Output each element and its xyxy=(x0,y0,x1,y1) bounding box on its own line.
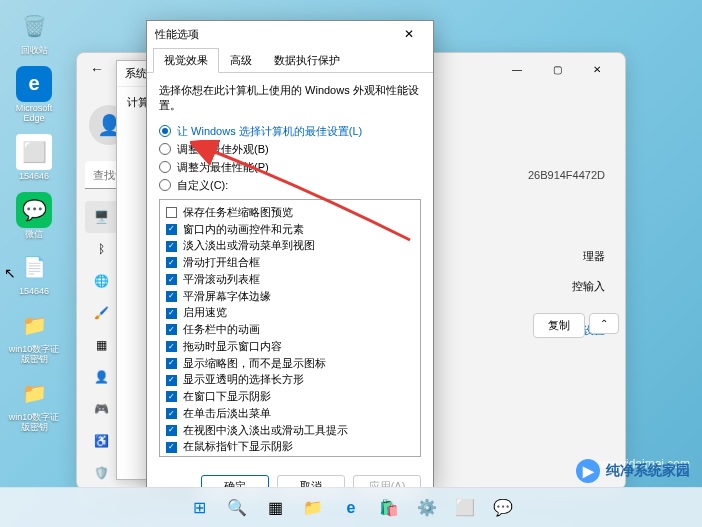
check-label: 平滑屏幕字体边缘 xyxy=(183,289,271,305)
nav-icon: 🎮 xyxy=(93,401,109,417)
desktop-icon-wechat[interactable]: 💬微信 xyxy=(8,192,60,240)
radio-icon xyxy=(159,179,171,191)
expand-button[interactable]: ⌃ xyxy=(589,313,619,334)
desktop-icon-folder2[interactable]: 📁win10数字证版密钥 xyxy=(8,375,60,433)
checkbox-icon xyxy=(166,391,177,402)
options-list[interactable]: 保存任务栏缩略图预览窗口内的动画控件和元素淡入淡出或滑动菜单到视图滑动打开组合框… xyxy=(159,199,421,457)
check-label: 保存任务栏缩略图预览 xyxy=(183,205,293,221)
settings-icon[interactable]: ⚙️ xyxy=(410,491,444,525)
app-icon[interactable]: ⬜ xyxy=(448,491,482,525)
perf-description: 选择你想在此计算机上使用的 Windows 外观和性能设置。 xyxy=(159,83,421,114)
perf-tabs: 视觉效果 高级 数据执行保护 xyxy=(147,47,433,73)
checkbox-icon xyxy=(166,241,177,252)
radio-option-1[interactable]: 调整为最佳外观(B) xyxy=(159,142,421,157)
check-option-5[interactable]: 平滑屏幕字体边缘 xyxy=(166,289,414,305)
tab-advanced[interactable]: 高级 xyxy=(219,48,263,73)
checkbox-icon xyxy=(166,408,177,419)
check-option-3[interactable]: 滑动打开组合框 xyxy=(166,255,414,271)
radio-option-3[interactable]: 自定义(C): xyxy=(159,178,421,193)
check-label: 在鼠标指针下显示阴影 xyxy=(183,439,293,455)
radio-label: 让 Windows 选择计算机的最佳设置(L) xyxy=(177,124,362,139)
start-button[interactable]: ⊞ xyxy=(182,491,216,525)
back-button[interactable]: ← xyxy=(85,57,109,81)
check-label: 平滑滚动列表框 xyxy=(183,272,260,288)
checkbox-icon xyxy=(166,308,177,319)
perf-title: 性能选项 xyxy=(155,27,199,42)
tab-dep[interactable]: 数据执行保护 xyxy=(263,48,351,73)
checkbox-icon xyxy=(166,358,177,369)
checkbox-icon xyxy=(166,291,177,302)
desktop-icons: 🗑️回收站 eMicrosoft Edge ⬜154646 💬微信 📄15464… xyxy=(8,8,68,443)
radio-option-0[interactable]: 让 Windows 选择计算机的最佳设置(L) xyxy=(159,124,421,139)
product-id: 26B914F4472D xyxy=(528,169,605,181)
watermark-logo: ▶ 纯净系统家园 xyxy=(576,459,690,483)
close-button[interactable]: ✕ xyxy=(577,55,617,83)
check-option-6[interactable]: 启用速览 xyxy=(166,305,414,321)
check-option-13[interactable]: 在视图中淡入淡出或滑动工具提示 xyxy=(166,423,414,439)
explorer-icon[interactable]: 📁 xyxy=(296,491,330,525)
check-option-12[interactable]: 在单击后淡出菜单 xyxy=(166,406,414,422)
text-proc: 理器 xyxy=(583,249,605,264)
nav-icon: 👤 xyxy=(93,369,109,385)
sysprop-title: 系统 xyxy=(125,66,147,81)
check-option-11[interactable]: 在窗口下显示阴影 xyxy=(166,389,414,405)
check-option-8[interactable]: 拖动时显示窗口内容 xyxy=(166,339,414,355)
checkbox-icon xyxy=(166,442,177,453)
desktop-icon-recycle[interactable]: 🗑️回收站 xyxy=(8,8,60,56)
text-input: 控输入 xyxy=(572,279,605,294)
nav-icon: ᛒ xyxy=(93,241,109,257)
wechat-icon[interactable]: 💬 xyxy=(486,491,520,525)
check-option-1[interactable]: 窗口内的动画控件和元素 xyxy=(166,222,414,238)
watermark-logo-icon: ▶ xyxy=(576,459,600,483)
search-icon[interactable]: 🔍 xyxy=(220,491,254,525)
desktop-icon-folder1[interactable]: 📁win10数字证版密钥 xyxy=(8,307,60,365)
check-label: 窗口内的动画控件和元素 xyxy=(183,222,304,238)
maximize-button[interactable]: ▢ xyxy=(537,55,577,83)
checkbox-icon xyxy=(166,207,177,218)
desktop-icon-file2[interactable]: 📄154646 xyxy=(8,249,60,297)
copy-button[interactable]: 复制 xyxy=(533,313,585,338)
close-button[interactable]: ✕ xyxy=(393,23,425,45)
watermark-brand: 纯净系统家园 xyxy=(606,462,690,480)
check-option-10[interactable]: 显示亚透明的选择长方形 xyxy=(166,372,414,388)
check-label: 拖动时显示窗口内容 xyxy=(183,339,282,355)
check-option-14[interactable]: 在鼠标指针下显示阴影 xyxy=(166,439,414,455)
taskview-icon[interactable]: ▦ xyxy=(258,491,292,525)
performance-options-dialog: 性能选项 ✕ 视觉效果 高级 数据执行保护 选择你想在此计算机上使用的 Wind… xyxy=(146,20,434,488)
edge-icon[interactable]: e xyxy=(334,491,368,525)
check-label: 任务栏中的动画 xyxy=(183,322,260,338)
store-icon[interactable]: 🛍️ xyxy=(372,491,406,525)
check-option-7[interactable]: 任务栏中的动画 xyxy=(166,322,414,338)
check-label: 滑动打开组合框 xyxy=(183,255,260,271)
checkbox-icon xyxy=(166,257,177,268)
nav-icon: ♿ xyxy=(93,433,109,449)
check-option-9[interactable]: 显示缩略图，而不是显示图标 xyxy=(166,356,414,372)
radio-icon xyxy=(159,161,171,173)
check-option-2[interactable]: 淡入淡出或滑动菜单到视图 xyxy=(166,238,414,254)
tab-visual-effects[interactable]: 视觉效果 xyxy=(153,48,219,73)
nav-icon: ▦ xyxy=(93,337,109,353)
nav-icon: 🖌️ xyxy=(93,305,109,321)
check-option-15[interactable]: 在桌面上为图标标签使用阴影 xyxy=(166,456,414,457)
perf-titlebar: 性能选项 ✕ xyxy=(147,21,433,47)
taskbar: ⊞ 🔍 ▦ 📁 e 🛍️ ⚙️ ⬜ 💬 xyxy=(0,487,702,527)
checkbox-icon xyxy=(166,224,177,235)
nav-icon: 🖥️ xyxy=(93,209,109,225)
check-option-0[interactable]: 保存任务栏缩略图预览 xyxy=(166,205,414,221)
radio-option-2[interactable]: 调整为最佳性能(P) xyxy=(159,160,421,175)
check-label: 启用速览 xyxy=(183,305,227,321)
check-option-4[interactable]: 平滑滚动列表框 xyxy=(166,272,414,288)
radio-label: 调整为最佳性能(P) xyxy=(177,160,269,175)
desktop-icon-file1[interactable]: ⬜154646 xyxy=(8,134,60,182)
checkbox-icon xyxy=(166,341,177,352)
check-label: 淡入淡出或滑动菜单到视图 xyxy=(183,238,315,254)
checkbox-icon xyxy=(166,375,177,386)
desktop-icon-edge[interactable]: eMicrosoft Edge xyxy=(8,66,60,124)
minimize-button[interactable]: — xyxy=(497,55,537,83)
check-label: 显示缩略图，而不是显示图标 xyxy=(183,356,326,372)
check-label: 在视图中淡入淡出或滑动工具提示 xyxy=(183,423,348,439)
nav-icon: 🌐 xyxy=(93,273,109,289)
check-label: 在单击后淡出菜单 xyxy=(183,406,271,422)
check-label: 显示亚透明的选择长方形 xyxy=(183,372,304,388)
radio-icon xyxy=(159,143,171,155)
